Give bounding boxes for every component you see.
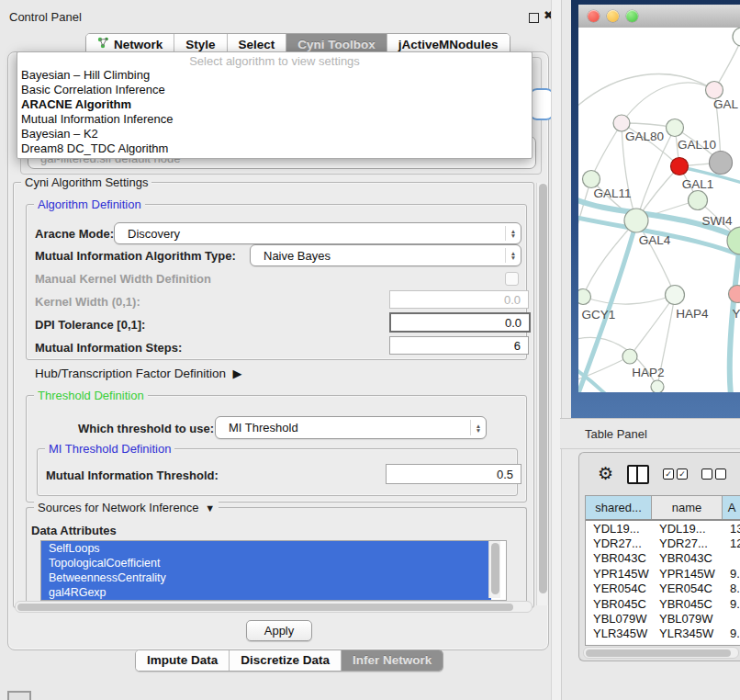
- table-row[interactable]: YDR27...YDR27...12: [586, 536, 740, 550]
- node-label: GAL80: [625, 130, 664, 143]
- column-header-partial[interactable]: A: [723, 496, 740, 519]
- stepper-icon: ▲▼: [505, 248, 521, 262]
- table-header-row: shared... name A: [586, 496, 740, 521]
- table-horizontal-scrollbar[interactable]: [583, 647, 739, 659]
- network-node[interactable]: [689, 191, 708, 210]
- network-edge[interactable]: [583, 220, 636, 297]
- table-row[interactable]: YIL052CYIL052C9: [586, 641, 740, 646]
- network-node[interactable]: [729, 286, 740, 303]
- column-header-name[interactable]: name: [652, 496, 723, 519]
- attribute-list-item[interactable]: TopologicalCoefficient: [41, 556, 491, 570]
- apply-button[interactable]: Apply: [246, 620, 312, 641]
- which-threshold-value: MI Threshold: [216, 421, 470, 435]
- network-node[interactable]: [651, 380, 664, 392]
- node-label: GCY1: [582, 308, 616, 322]
- attribute-list-item[interactable]: BetweennessCentrality: [41, 570, 491, 585]
- node-label: Y: [732, 307, 740, 321]
- dpi-tolerance-label: DPI Tolerance [0,1]:: [35, 318, 145, 332]
- algorithm-option[interactable]: Bayesian – K2: [17, 127, 532, 141]
- aracne-mode-combo[interactable]: Discovery ▲▼: [114, 222, 521, 244]
- aracne-mode-value: Discovery: [115, 227, 505, 241]
- zoom-window-icon[interactable]: [626, 10, 638, 22]
- float-panel-icon[interactable]: [529, 13, 539, 23]
- gear-icon[interactable]: ⚙: [598, 466, 613, 482]
- table-row[interactable]: YER054CYER054C8.: [586, 581, 740, 596]
- network-edge[interactable]: [583, 295, 675, 304]
- column-header-shared-name[interactable]: shared...: [586, 496, 652, 519]
- network-edge[interactable]: [578, 179, 591, 241]
- table-cell: YER054C: [586, 581, 652, 595]
- network-canvas[interactable]: GALGAL80GAL10GAL1GAL11SWI4GAL4GCY1HAP4YH…: [578, 28, 740, 392]
- table-cell: YBR045C: [586, 597, 652, 611]
- deselect-all-icon[interactable]: [701, 469, 726, 480]
- algorithm-dropdown-popup: Select algorithm to view settings Bayesi…: [17, 51, 533, 159]
- network-node[interactable]: [706, 82, 723, 99]
- network-icon: [97, 37, 109, 51]
- network-edge[interactable]: [578, 74, 714, 108]
- tab-infer-network[interactable]: Infer Network: [342, 650, 443, 671]
- mi-type-value: Naive Bayes: [251, 249, 505, 263]
- panel-corner-button[interactable]: [7, 691, 31, 700]
- settings-vertical-scrollbar[interactable]: [536, 183, 548, 605]
- split-columns-icon[interactable]: [627, 465, 649, 484]
- kernel-width-field[interactable]: 0.0: [389, 290, 529, 309]
- network-node[interactable]: [733, 28, 740, 46]
- table-row[interactable]: YLR345WYLR345W9.: [586, 627, 740, 641]
- table-row[interactable]: YBR043CYBR043C: [586, 551, 740, 566]
- mi-steps-field[interactable]: 6: [389, 336, 529, 355]
- network-node[interactable]: [583, 171, 600, 188]
- table-cell: YLR345W: [586, 627, 652, 640]
- kernel-width-label: Kernel Width (0,1):: [35, 295, 140, 309]
- minimize-window-icon[interactable]: [607, 10, 619, 22]
- network-node[interactable]: [671, 158, 689, 175]
- network-edge[interactable]: [622, 83, 714, 123]
- sources-title[interactable]: Sources for Network Inference ▼: [34, 501, 219, 514]
- mi-type-combo[interactable]: Naive Bayes ▲▼: [250, 244, 521, 266]
- network-edge[interactable]: [591, 123, 622, 179]
- attribute-list-item[interactable]: gal4RGexp: [41, 585, 491, 600]
- data-attributes-list[interactable]: SelfLoopsTopologicalCoefficientBetweenne…: [40, 540, 507, 601]
- table-row[interactable]: YPR145WYPR145W9.: [586, 566, 740, 581]
- table-cell: 12: [723, 536, 740, 550]
- algorithm-option[interactable]: Basic Correlation Inference: [17, 83, 532, 97]
- hub-section-toggle[interactable]: Hub/Transcription Factor Definition ▶: [35, 367, 241, 380]
- network-node[interactable]: [710, 152, 733, 175]
- node-label: SWI4: [701, 214, 732, 228]
- table-cell: 9.: [723, 567, 740, 581]
- which-threshold-combo[interactable]: MI Threshold ▲▼: [215, 416, 487, 439]
- collapse-arrow-icon: ▼: [202, 502, 215, 514]
- tab-discretize-data[interactable]: Discretize Data: [230, 650, 342, 671]
- algorithm-option[interactable]: Mutual Information Inference: [17, 112, 532, 127]
- network-node[interactable]: [624, 209, 648, 232]
- attribute-list-item[interactable]: SelfLoops: [41, 541, 491, 556]
- panel-divider[interactable]: [551, 0, 562, 700]
- table-panel-title: Table Panel: [585, 427, 647, 441]
- network-window-titlebar[interactable]: [578, 5, 740, 28]
- algorithm-option[interactable]: ARACNE Algorithm: [17, 97, 532, 112]
- node-label: GAL10: [678, 138, 716, 152]
- algorithm-definition-title: Algorithm Definition: [34, 198, 145, 211]
- close-window-icon[interactable]: [588, 10, 600, 22]
- table-cell: YDL19...: [652, 522, 723, 536]
- select-all-icon[interactable]: ✓✓: [663, 469, 688, 480]
- attributes-list-scrollbar[interactable]: [488, 541, 500, 598]
- network-node[interactable]: [666, 286, 685, 305]
- table-cell: YPR145W: [586, 567, 652, 581]
- table-row[interactable]: YBR045CYBR045C9.: [586, 596, 740, 611]
- mi-threshold-field[interactable]: 0.5: [386, 464, 521, 484]
- network-node[interactable]: [667, 119, 684, 137]
- network-node[interactable]: [622, 349, 637, 364]
- manual-kernel-checkbox[interactable]: [505, 272, 519, 286]
- algorithm-option[interactable]: Bayesian – Hill Climbing: [17, 68, 532, 83]
- network-node[interactable]: [578, 289, 591, 305]
- threshold-definition-title: Threshold Definition: [34, 389, 148, 402]
- table-cell: YBR043C: [652, 551, 723, 565]
- table-row[interactable]: YBL079WYBL079W: [586, 611, 740, 626]
- dpi-tolerance-field[interactable]: 0.0: [389, 312, 531, 333]
- cyni-mode-tabbar: Impute Data Discretize Data Infer Networ…: [135, 649, 443, 672]
- tab-impute-data[interactable]: Impute Data: [136, 650, 230, 671]
- settings-horizontal-scrollbar[interactable]: [15, 601, 533, 613]
- table-row[interactable]: YDL19...YDL19...13: [586, 521, 740, 536]
- mi-threshold-label: Mutual Information Threshold:: [46, 469, 219, 482]
- algorithm-option[interactable]: Dream8 DC_TDC Algorithm: [17, 141, 532, 156]
